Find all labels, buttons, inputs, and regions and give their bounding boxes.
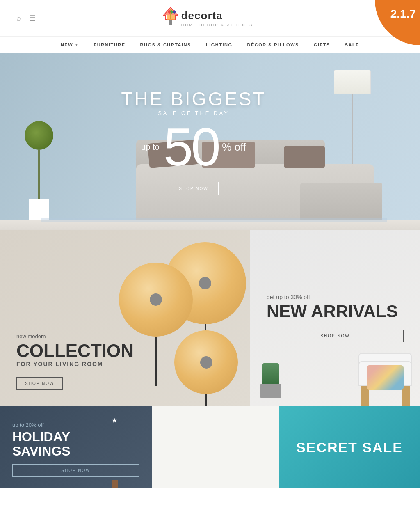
chair-decoration	[358, 353, 412, 406]
logo-name: decorta	[181, 9, 253, 22]
hero-subtitle: SALE OF THE DAY	[121, 110, 266, 116]
header-logo[interactable]: decorta HOME DECOR & ACCENTS	[163, 7, 253, 29]
secret-sale-title: SECRET SALE	[296, 440, 403, 456]
collection-content: new modern COLLECTION FOR YOUR LIVING RO…	[16, 333, 134, 390]
arrivals-discount: get up to 30% off	[267, 294, 404, 300]
nav-item-sale[interactable]: SALE	[345, 42, 359, 47]
nav-item-furniture[interactable]: FURNITURE	[94, 42, 125, 47]
cart-icon[interactable]: 🛒	[395, 14, 404, 23]
nav-item-decor[interactable]: DÉCOR & PILLOWS	[247, 42, 299, 47]
arrivals-banner: get up to 30% off NEW ARRIVALS SHOP NOW	[250, 230, 420, 406]
banners-row: new modern COLLECTION FOR YOUR LIVING RO…	[0, 230, 420, 406]
christmas-tree-decoration: ★	[82, 415, 148, 488]
hero-plant-decoration	[25, 121, 53, 222]
secret-sale-banner: SECRET SALE	[279, 406, 420, 488]
arrivals-shop-now-button[interactable]: SHOP NOW	[267, 330, 404, 342]
hero-banner: THE BIGGEST SALE OF THE DAY up to 50 % o…	[0, 53, 420, 230]
hero-discount: up to 50 % off	[121, 120, 266, 174]
bottom-banners-row: ★ up to 20% off HOLIDAYSAVINGS SHOP NOW …	[0, 406, 420, 488]
nav-item-new[interactable]: NEW ▼	[61, 42, 79, 47]
svg-rect-0	[169, 20, 172, 25]
hero-number: 50	[164, 120, 219, 174]
collection-shop-now-button[interactable]: SHOP NOW	[16, 377, 63, 390]
nav-item-rugs[interactable]: RUGS & CURTAINS	[140, 42, 191, 47]
hero-content: THE BIGGEST SALE OF THE DAY up to 50 % o…	[121, 88, 266, 195]
nav-item-lighting[interactable]: LIGHTING	[206, 42, 233, 47]
collection-big-text: COLLECTION	[16, 341, 134, 361]
navigation: NEW ▼ FURNITURE RUGS & CURTAINS LIGHTING…	[0, 37, 420, 53]
collection-small-text: new modern	[16, 333, 134, 339]
hero-up-to: up to	[141, 142, 159, 152]
search-icon[interactable]: ⌕	[16, 14, 21, 23]
plant-small-decoration	[262, 363, 281, 398]
header: ⌕ ☰ decorta HOME DEC	[0, 0, 420, 37]
nav-item-gifts[interactable]: GIFTS	[314, 42, 330, 47]
middle-bottom-banner	[152, 406, 279, 488]
logo-subtitle: HOME DECOR & ACCENTS	[181, 23, 253, 27]
hero-percent: % off	[222, 141, 246, 153]
hero-title: THE BIGGEST	[121, 88, 266, 110]
chevron-down-icon: ▼	[75, 43, 79, 47]
holiday-savings-banner: ★ up to 20% off HOLIDAYSAVINGS SHOP NOW	[0, 406, 152, 488]
hero-shop-now-button[interactable]: SHOP NOW	[169, 182, 218, 195]
arrivals-title: NEW ARRIVALS	[267, 302, 404, 321]
collection-medium-text: FOR YOUR LIVING ROOM	[16, 361, 134, 367]
collection-banner: new modern COLLECTION FOR YOUR LIVING RO…	[0, 230, 250, 406]
header-right-icons: ♡ 🛒	[381, 14, 404, 23]
header-left-icons: ⌕ ☰	[16, 14, 36, 23]
wishlist-icon[interactable]: ♡	[381, 14, 387, 23]
logo-icon	[163, 7, 178, 29]
menu-icon[interactable]: ☰	[29, 14, 36, 23]
